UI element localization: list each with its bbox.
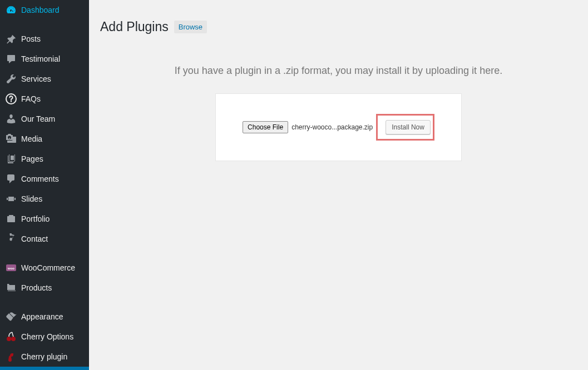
cherry-plugin-icon <box>6 351 17 362</box>
sidebar-item-products[interactable]: Products <box>0 278 89 298</box>
contact-icon <box>6 233 17 244</box>
slides-icon <box>6 193 17 204</box>
faq-icon <box>6 93 17 104</box>
comments-icon <box>6 173 17 184</box>
sidebar-item-label: Appearance <box>21 312 63 321</box>
media-icon <box>6 133 17 144</box>
sidebar-item-posts[interactable]: Posts <box>0 29 89 49</box>
cherry-icon <box>6 331 17 342</box>
sidebar-item-dashboard[interactable]: Dashboard <box>0 0 89 20</box>
svg-text:woo: woo <box>7 267 14 270</box>
choose-file-button[interactable]: Choose File <box>243 121 288 133</box>
sidebar-item-label: Services <box>21 74 51 83</box>
install-highlight: Install Now <box>376 114 434 141</box>
sidebar-item-slides[interactable]: Slides <box>0 189 89 209</box>
svg-point-3 <box>7 337 11 341</box>
sidebar-item-label: Contact <box>21 234 48 243</box>
browse-button[interactable]: Browse <box>174 21 207 33</box>
portfolio-icon <box>6 213 17 224</box>
dashboard-icon <box>6 4 17 16</box>
sidebar-item-label: Products <box>21 283 52 292</box>
upload-instruction: If you have a plugin in a .zip format, y… <box>100 65 577 77</box>
sidebar-item-cherry-options[interactable]: Cherry Options <box>0 327 89 347</box>
sidebar-item-label: Pages <box>21 154 43 163</box>
woocommerce-icon: woo <box>6 262 17 273</box>
sidebar-item-label: Media <box>21 134 42 143</box>
upload-form: Choose File cherry-wooco...package.zip I… <box>215 93 462 161</box>
sidebar-item-services[interactable]: Services <box>0 69 89 89</box>
sidebar-item-cherry-plugin[interactable]: Cherry plugin <box>0 347 89 367</box>
sidebar-item-portfolio[interactable]: Portfolio <box>0 209 89 229</box>
team-icon <box>6 113 17 124</box>
sidebar-item-appearance[interactable]: Appearance <box>0 307 89 327</box>
sidebar-item-media[interactable]: Media <box>0 129 89 149</box>
pages-icon <box>6 153 17 164</box>
sidebar-item-pages[interactable]: Pages <box>0 149 89 169</box>
svg-point-4 <box>11 337 16 341</box>
sidebar-item-label: Posts <box>21 34 41 43</box>
sidebar-item-woocommerce[interactable]: woo WooCommerce <box>0 258 89 278</box>
sidebar-item-label: Slides <box>21 194 42 203</box>
pin-icon <box>6 33 17 44</box>
install-now-button[interactable]: Install Now <box>386 120 431 134</box>
sidebar-item-comments[interactable]: Comments <box>0 169 89 189</box>
sidebar-item-label: Our Team <box>21 114 55 123</box>
page-header: Add Plugins Browse <box>100 19 577 34</box>
sidebar-item-label: Dashboard <box>21 6 60 14</box>
sidebar-item-team[interactable]: Our Team <box>0 109 89 129</box>
sidebar-item-label: Comments <box>21 174 59 183</box>
main-content: Add Plugins Browse If you have a plugin … <box>89 0 588 370</box>
testimonial-icon <box>6 53 17 64</box>
appearance-icon <box>6 311 17 322</box>
sidebar-item-plugins[interactable]: Plugins <box>0 367 89 370</box>
services-icon <box>6 73 17 84</box>
sidebar-item-faqs[interactable]: FAQs <box>0 89 89 109</box>
selected-filename: cherry-wooco...package.zip <box>291 123 373 131</box>
sidebar-item-label: WooCommerce <box>21 263 75 272</box>
admin-sidebar: Dashboard Posts Testimonial Services FAQ… <box>0 0 89 370</box>
products-icon <box>6 282 17 293</box>
sidebar-item-testimonial[interactable]: Testimonial <box>0 49 89 69</box>
sidebar-item-label: FAQs <box>21 94 41 103</box>
sidebar-item-label: Cherry plugin <box>21 352 67 361</box>
sidebar-item-contact[interactable]: Contact <box>0 229 89 249</box>
sidebar-item-label: Portfolio <box>21 214 50 223</box>
sidebar-item-label: Testimonial <box>21 54 60 63</box>
page-title: Add Plugins <box>100 19 169 34</box>
sidebar-item-label: Cherry Options <box>21 332 73 341</box>
